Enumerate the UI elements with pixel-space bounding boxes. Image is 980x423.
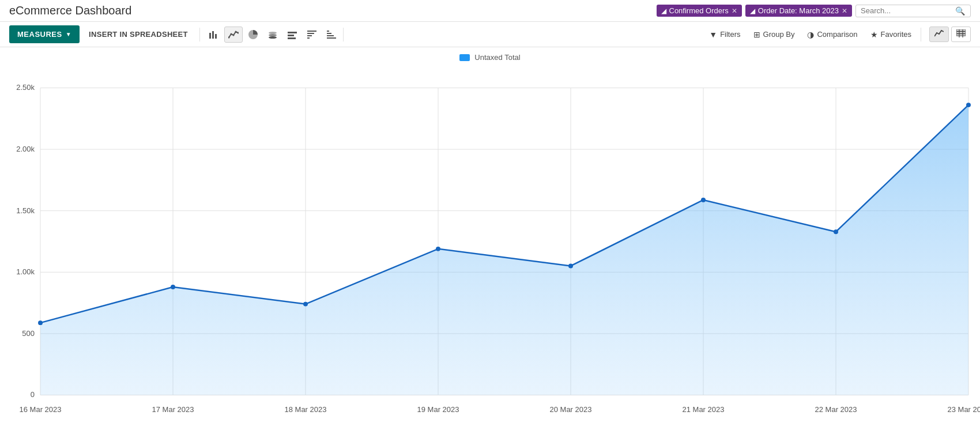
- svg-text:19 Mar 2023: 19 Mar 2023: [417, 405, 459, 414]
- data-point-2: [303, 302, 308, 307]
- svg-text:2.00k: 2.00k: [16, 145, 35, 153]
- legend-color-box: [459, 54, 470, 61]
- svg-text:1.50k: 1.50k: [16, 206, 35, 215]
- chart-area: Untaxed Total: [0, 47, 980, 423]
- filter-confirmed-orders-close[interactable]: ✕: [732, 7, 737, 15]
- favorites-button[interactable]: ★ Favorites: [865, 27, 917, 42]
- search-box[interactable]: 🔍: [855, 5, 971, 17]
- sort-asc-icon: [326, 29, 337, 40]
- toolbar-actions: ▼ Filters ⊞ Group By ◑ Comparison ★ Favo…: [703, 27, 971, 42]
- chart-type-group: [205, 27, 341, 43]
- svg-text:1.00k: 1.00k: [16, 267, 35, 276]
- toolbar-divider-1: [199, 28, 200, 41]
- svg-text:21 Mar 2023: 21 Mar 2023: [683, 405, 725, 414]
- sort-desc-icon: [307, 29, 317, 40]
- svg-text:22 Mar 2023: 22 Mar 2023: [815, 405, 857, 414]
- measures-button[interactable]: MEASURES ▼: [9, 25, 80, 43]
- filter-confirmed-orders-label: Confirmed Orders: [669, 6, 729, 15]
- table-view-button[interactable]: [951, 27, 971, 42]
- filter-order-date-label: Order Date: March 2023: [758, 6, 839, 15]
- comparison-button[interactable]: ◑ Comparison: [801, 27, 863, 42]
- group-by-button[interactable]: ⊞ Group By: [748, 27, 801, 42]
- data-point-5: [701, 198, 706, 202]
- bar-chart-icon: [209, 29, 219, 40]
- data-point-0: [38, 320, 43, 325]
- comparison-label: Comparison: [817, 30, 857, 39]
- bar-chart-button[interactable]: [205, 27, 223, 43]
- svg-point-5: [232, 34, 234, 36]
- svg-text:16 Mar 2023: 16 Mar 2023: [20, 405, 62, 414]
- filter-icon: ▼: [709, 30, 717, 39]
- bar2-chart-icon: [287, 29, 297, 40]
- stack-chart-icon: [267, 29, 278, 40]
- funnel-icon-confirmed: ◢: [661, 7, 666, 15]
- filter-confirmed-orders[interactable]: ◢ Confirmed Orders ✕: [657, 5, 742, 17]
- svg-text:500: 500: [22, 329, 35, 338]
- app-header: eCommerce Dashboard ◢ Confirmed Orders ✕…: [0, 0, 980, 22]
- svg-rect-15: [307, 33, 314, 34]
- svg-text:18 Mar 2023: 18 Mar 2023: [285, 405, 327, 414]
- chart-area-fill: [40, 105, 968, 395]
- chart-view-button[interactable]: [929, 27, 949, 42]
- filters-label: Filters: [720, 30, 740, 39]
- favorites-label: Favorites: [881, 30, 911, 39]
- stack-chart-button[interactable]: [263, 27, 282, 43]
- svg-text:23 Mar 2023: 23 Mar 2023: [948, 405, 980, 414]
- pie-chart-icon: [248, 29, 258, 40]
- layers-icon: ⊞: [753, 30, 760, 39]
- filter-order-date-close[interactable]: ✕: [842, 7, 847, 15]
- svg-rect-1: [212, 31, 214, 39]
- group-by-label: Group By: [763, 30, 795, 39]
- svg-rect-14: [307, 31, 316, 32]
- comparison-icon: ◑: [807, 30, 814, 39]
- sort-asc-button[interactable]: [322, 27, 341, 43]
- data-point-4: [568, 263, 573, 268]
- toolbar-divider-2: [343, 28, 344, 41]
- data-point-7: [966, 103, 971, 107]
- svg-text:20 Mar 2023: 20 Mar 2023: [550, 405, 592, 414]
- svg-rect-23: [956, 32, 966, 33]
- search-input[interactable]: [861, 6, 953, 15]
- svg-point-6: [235, 31, 236, 32]
- table-view-icon: [956, 29, 966, 37]
- svg-text:17 Mar 2023: 17 Mar 2023: [152, 405, 194, 414]
- view-toggle: [929, 27, 971, 42]
- filters-button[interactable]: ▼ Filters: [703, 27, 746, 42]
- measures-label: MEASURES: [17, 30, 62, 39]
- toolbar-divider-3: [921, 28, 921, 41]
- sort-desc-button[interactable]: [303, 27, 321, 43]
- svg-rect-17: [307, 37, 310, 39]
- funnel-icon-date: ◢: [750, 7, 755, 15]
- svg-rect-16: [307, 35, 312, 36]
- svg-rect-21: [327, 37, 336, 39]
- svg-rect-0: [209, 33, 211, 39]
- filter-bar: ◢ Confirmed Orders ✕ ◢ Order Date: March…: [538, 5, 971, 17]
- chart-svg-container: 0 500 1.00k 1.50k 2.00k 2.50k 16 Mar 202…: [0, 65, 980, 418]
- pie-chart-button[interactable]: [244, 27, 262, 43]
- svg-text:0: 0: [31, 391, 35, 399]
- svg-rect-20: [327, 35, 334, 36]
- star-icon: ★: [870, 30, 878, 39]
- insert-spreadsheet-button[interactable]: INSERT IN SPREADSHEET: [80, 30, 197, 39]
- app-title: eCommerce Dashboard: [9, 4, 131, 17]
- svg-rect-19: [327, 33, 331, 34]
- search-icon: 🔍: [955, 6, 965, 16]
- svg-point-8: [269, 36, 277, 39]
- chart-view-icon: [934, 29, 944, 37]
- filter-order-date[interactable]: ◢ Order Date: March 2023 ✕: [745, 5, 852, 17]
- legend-label: Untaxed Total: [474, 53, 520, 62]
- measures-arrow-icon: ▼: [66, 31, 71, 37]
- line-chart-icon: [228, 29, 239, 40]
- svg-rect-12: [288, 35, 294, 36]
- svg-point-9: [269, 34, 277, 36]
- data-point-6: [834, 229, 838, 234]
- svg-rect-13: [288, 37, 296, 39]
- svg-rect-2: [215, 34, 217, 39]
- svg-rect-24: [956, 34, 966, 36]
- svg-rect-11: [288, 32, 297, 33]
- svg-point-10: [269, 32, 277, 34]
- svg-point-4: [230, 33, 232, 35]
- line-chart-button[interactable]: [224, 27, 243, 43]
- bar2-chart-button[interactable]: [283, 27, 301, 43]
- chart-legend: Untaxed Total: [0, 53, 980, 62]
